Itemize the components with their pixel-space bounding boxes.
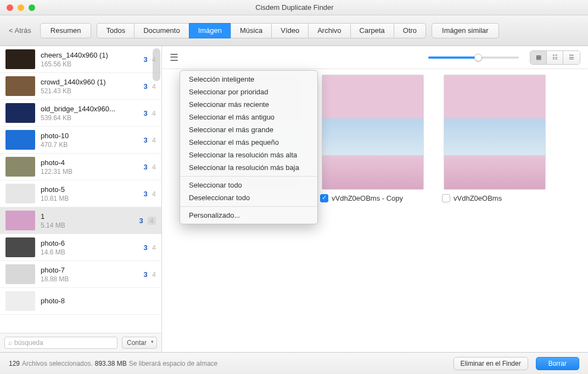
file-name: cheers_1440x960 (1) — [41, 51, 144, 59]
list-item[interactable]: photo-6 14.6 MB 3 4 — [0, 234, 161, 261]
row-info: photo-7 18.88 MB — [41, 266, 144, 283]
category-tabs: TodosDocumentoImágenMúsicaVídeoArchivoCa… — [97, 23, 426, 38]
sidebar: cheers_1440x960 (1) 165.56 KB 3 4 crowd_… — [0, 46, 162, 352]
view-mode-segment: ▦ ☷ ☰ — [530, 50, 580, 65]
delete-button[interactable]: Borrar — [536, 357, 579, 370]
tab-todos[interactable]: Todos — [97, 23, 134, 38]
similar-image-button[interactable]: Imágen similar — [432, 23, 499, 38]
thumbnail — [5, 184, 35, 203]
window-title: Cisdem Duplicate Finder — [35, 3, 554, 12]
menu-separator — [180, 206, 317, 207]
tab-archivo[interactable]: Archivo — [308, 23, 350, 38]
menu-item[interactable]: Personalizado... — [180, 209, 317, 222]
dup-counts: 3 4 — [139, 217, 156, 225]
tab-música[interactable]: Música — [231, 23, 271, 38]
scrollbar[interactable] — [153, 48, 160, 81]
total-count: 4 — [152, 270, 156, 279]
selected-count: 3 — [144, 243, 148, 252]
checkbox[interactable] — [320, 194, 328, 202]
file-name: photo-5 — [41, 185, 144, 194]
list-item[interactable]: photo-8 — [0, 288, 161, 315]
thumbnail — [5, 103, 35, 123]
tab-imágen[interactable]: Imágen — [189, 23, 231, 38]
selected-count: 3 — [144, 55, 148, 64]
thumbnail — [5, 157, 35, 177]
list-item[interactable]: crowd_1440x960 (1) 521.43 KB 3 4 — [0, 73, 161, 100]
row-info: photo-6 14.6 MB — [41, 239, 144, 256]
thumbnail — [5, 130, 35, 150]
thumbnail — [5, 49, 35, 69]
menu-item[interactable]: Seleccionar el más antiguo — [180, 111, 317, 123]
menu-item[interactable]: Selección inteligente — [180, 73, 317, 86]
menu-item[interactable]: Deseleccionar todo — [180, 191, 317, 204]
file-size: 18.88 MB — [41, 275, 144, 283]
file-name: 1 — [41, 212, 139, 220]
preview-image[interactable] — [322, 75, 424, 190]
total-count: 4 — [148, 217, 156, 225]
tile-label: vVdhZ0eOBms — [453, 194, 502, 202]
selected-count: 3 — [144, 136, 148, 144]
tile-caption: vVdhZ0eOBms — [440, 194, 550, 202]
file-name: photo-6 — [41, 239, 144, 247]
status-bar: 129 Archivos seleccionados. 893.38 MB Se… — [0, 352, 588, 374]
menu-item[interactable]: Seleccionar el más grande — [180, 123, 317, 136]
view-columns-icon[interactable]: ☷ — [547, 51, 563, 64]
sidebar-footer: ⌕ búsqueda Contar — [0, 333, 161, 352]
free-size-label: Se liberará espacio de almace — [129, 360, 217, 367]
tab-otro[interactable]: Otro — [394, 23, 426, 38]
list-item[interactable]: 1 5.14 MB 3 4 — [0, 207, 161, 234]
search-input[interactable]: ⌕ búsqueda — [4, 337, 117, 349]
list-item[interactable]: photo-10 470.7 KB 3 4 — [0, 127, 161, 154]
total-count: 4 — [152, 82, 156, 90]
menu-item[interactable]: Seleccionar todo — [180, 179, 317, 191]
zoom-window[interactable] — [29, 4, 35, 11]
view-grid-icon[interactable]: ▦ — [530, 51, 547, 64]
menu-item[interactable]: Seleccionar la resolución más alta — [180, 149, 317, 161]
list-item[interactable]: photo-5 10.81 MB 3 4 — [0, 180, 161, 207]
duplicate-list[interactable]: cheers_1440x960 (1) 165.56 KB 3 4 crowd_… — [0, 46, 161, 333]
list-item[interactable]: old_bridge_1440x960... 539.64 KB 3 4 — [0, 100, 161, 127]
file-size: 5.14 MB — [41, 222, 139, 229]
file-size: 521.43 KB — [41, 87, 144, 95]
tab-vídeo[interactable]: Vídeo — [271, 23, 308, 38]
view-list-icon[interactable]: ☰ — [563, 51, 580, 64]
file-size: 10.81 MB — [41, 195, 144, 202]
thumbnail — [5, 264, 35, 284]
selection-menu: Selección inteligenteSeleccionar por pri… — [180, 70, 318, 224]
menu-item[interactable]: Seleccionar el más pequeño — [180, 136, 317, 149]
selected-count: 3 — [139, 217, 143, 225]
zoom-slider[interactable] — [428, 56, 519, 59]
file-name: photo-8 — [41, 297, 152, 305]
summary-button[interactable]: Resumen — [40, 23, 92, 38]
free-size: 893.38 MB — [95, 360, 127, 367]
checkbox[interactable] — [442, 194, 450, 202]
dup-counts: 3 4 — [144, 163, 156, 171]
tile-label: vVdhZ0eOBms - Copy — [332, 194, 403, 202]
thumbnail — [5, 211, 35, 230]
delete-in-finder-button[interactable]: Eliminar en el Finder — [453, 357, 528, 370]
close-window[interactable] — [7, 4, 13, 11]
preview-image[interactable] — [444, 75, 546, 190]
sort-dropdown[interactable]: Contar — [122, 337, 157, 349]
row-info: crowd_1440x960 (1) 521.43 KB — [41, 78, 144, 95]
list-item[interactable]: photo-4 122.31 MB 3 4 — [0, 154, 161, 180]
settings-icon[interactable]: ☰ — [170, 52, 178, 64]
back-button[interactable]: < Atrás — [9, 26, 31, 35]
file-size: 14.6 MB — [41, 248, 144, 256]
menu-item[interactable]: Seleccionar por prioridad — [180, 86, 317, 98]
minimize-window[interactable] — [18, 4, 24, 11]
search-icon: ⌕ — [8, 339, 12, 347]
file-name: photo-7 — [41, 266, 144, 274]
tab-carpeta[interactable]: Carpeta — [350, 23, 394, 38]
selected-count: 3 — [144, 109, 148, 117]
grid-tile[interactable]: vVdhZ0eOBms - Copy — [318, 75, 428, 202]
zoom-slider-thumb[interactable] — [474, 54, 482, 61]
file-name: crowd_1440x960 (1) — [41, 78, 144, 86]
thumbnail — [5, 76, 35, 96]
menu-item[interactable]: Seleccionar la resolución más baja — [180, 161, 317, 174]
tab-documento[interactable]: Documento — [134, 23, 188, 38]
list-item[interactable]: photo-7 18.88 MB 3 4 — [0, 261, 161, 288]
list-item[interactable]: cheers_1440x960 (1) 165.56 KB 3 4 — [0, 46, 161, 73]
menu-item[interactable]: Seleccionar más reciente — [180, 98, 317, 111]
grid-tile[interactable]: vVdhZ0eOBms — [440, 75, 550, 202]
